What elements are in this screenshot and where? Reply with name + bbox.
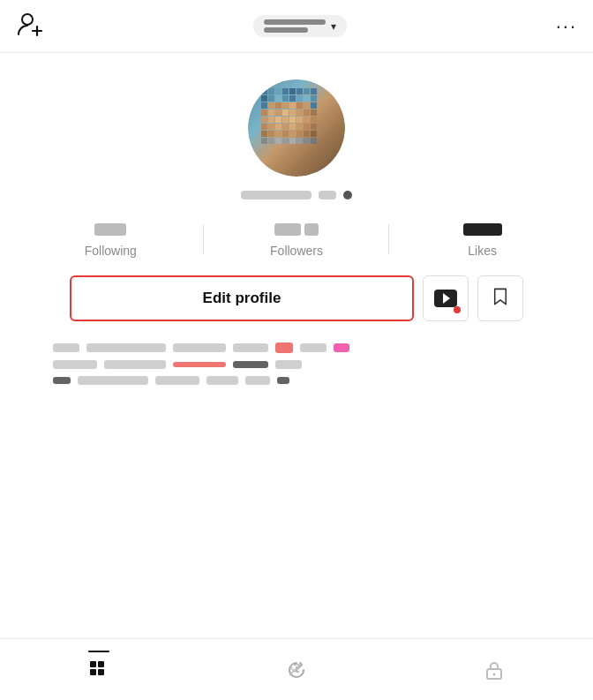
avatar-canvas — [248, 79, 345, 177]
stat-following[interactable]: Following — [18, 221, 204, 258]
svg-rect-3 — [90, 661, 96, 667]
stat-likes[interactable]: Likes — [389, 221, 575, 258]
edit-profile-button[interactable]: Edit profile — [70, 275, 414, 321]
verified-icon — [343, 191, 352, 199]
username-text-block — [264, 19, 326, 33]
chevron-down-icon: ▾ — [331, 20, 336, 33]
username-area[interactable]: ▾ — [253, 15, 347, 37]
bio-row-2 — [53, 360, 540, 369]
svg-point-11 — [493, 673, 496, 675]
youtube-icon — [434, 290, 457, 307]
youtube-notification-dot — [454, 306, 461, 313]
bottom-nav — [0, 638, 593, 700]
stat-followers[interactable]: Followers — [204, 221, 390, 258]
profile-section: Following Followers Likes Edit profile — [0, 53, 593, 392]
bio-row-3 — [53, 376, 540, 385]
handle-area — [241, 191, 352, 199]
likes-label: Likes — [468, 244, 497, 258]
content-rows — [35, 342, 558, 385]
nav-activity[interactable] — [198, 651, 395, 686]
add-user-button[interactable] — [16, 11, 44, 42]
handle-block-1 — [241, 191, 312, 199]
username-line-2 — [264, 27, 308, 33]
bio-area — [18, 339, 575, 392]
followers-label: Followers — [270, 244, 323, 258]
username-line-1 — [264, 19, 326, 25]
nav-profile[interactable] — [395, 651, 593, 686]
action-row: Edit profile — [18, 275, 575, 321]
bio-row-1 — [53, 342, 540, 353]
lock-icon — [482, 658, 507, 686]
username-pill[interactable]: ▾ — [253, 15, 347, 37]
svg-point-0 — [22, 14, 33, 25]
svg-rect-6 — [98, 669, 104, 675]
handle-block-2 — [319, 191, 336, 199]
youtube-button[interactable] — [423, 275, 469, 321]
grid-icon — [86, 658, 111, 686]
bookmark-icon — [491, 287, 510, 310]
following-label: Following — [85, 244, 137, 258]
bookmark-button[interactable] — [477, 275, 523, 321]
svg-rect-5 — [90, 669, 96, 675]
stats-row: Following Followers Likes — [18, 221, 575, 258]
nav-home[interactable] — [0, 651, 198, 686]
likes-count — [463, 221, 502, 238]
top-nav: ▾ ··· — [0, 0, 593, 53]
avatar — [248, 79, 345, 177]
activity-icon — [284, 658, 309, 686]
following-count — [94, 221, 126, 238]
followers-count — [274, 221, 319, 238]
svg-rect-4 — [98, 661, 104, 667]
more-options-button[interactable]: ··· — [556, 15, 577, 38]
